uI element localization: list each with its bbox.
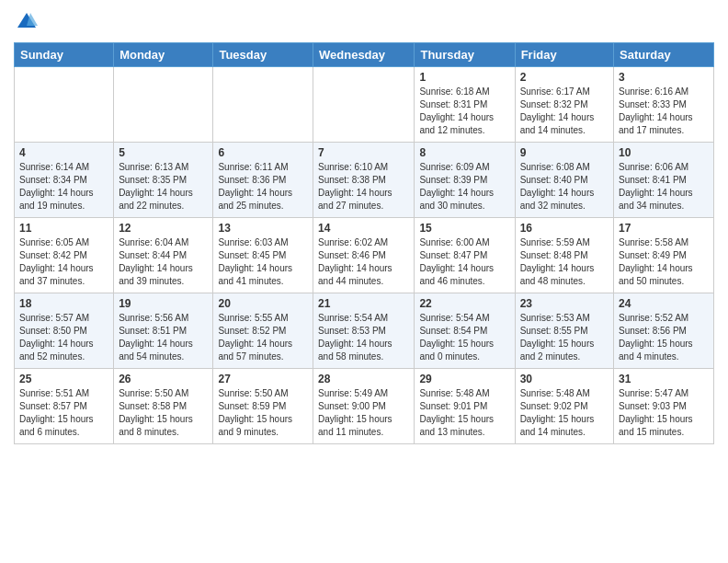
day-info-12: Sunrise: 6:04 AM Sunset: 8:44 PM Dayligh… (119, 236, 208, 288)
header (14, 9, 714, 35)
day-number-27: 27 (218, 373, 308, 385)
day-info-20: Sunrise: 5:55 AM Sunset: 8:52 PM Dayligh… (218, 312, 308, 363)
day-info-4: Sunrise: 6:14 AM Sunset: 8:34 PM Dayligh… (19, 161, 108, 213)
day-cell-27: 27Sunrise: 5:50 AM Sunset: 8:59 PM Dayli… (213, 369, 313, 444)
weekday-header-sunday: Sunday (15, 43, 114, 67)
empty-cell (213, 67, 313, 143)
day-cell-31: 31Sunrise: 5:47 AM Sunset: 9:03 PM Dayli… (614, 369, 714, 444)
day-cell-14: 14Sunrise: 6:02 AM Sunset: 8:46 PM Dayli… (313, 218, 415, 293)
day-cell-4: 4Sunrise: 6:14 AM Sunset: 8:34 PM Daylig… (15, 143, 114, 218)
day-cell-5: 5Sunrise: 6:13 AM Sunset: 8:35 PM Daylig… (114, 143, 213, 218)
day-info-16: Sunrise: 5:59 AM Sunset: 8:48 PM Dayligh… (520, 236, 609, 288)
day-number-6: 6 (218, 146, 308, 159)
week-row-0: 1Sunrise: 6:18 AM Sunset: 8:31 PM Daylig… (15, 67, 714, 143)
day-number-22: 22 (419, 297, 509, 310)
day-cell-23: 23Sunrise: 5:53 AM Sunset: 8:55 PM Dayli… (515, 293, 613, 369)
day-number-21: 21 (318, 297, 409, 310)
day-cell-22: 22Sunrise: 5:54 AM Sunset: 8:54 PM Dayli… (415, 293, 515, 369)
day-number-1: 1 (419, 71, 509, 84)
day-number-9: 9 (520, 146, 609, 159)
day-number-2: 2 (520, 71, 609, 84)
week-row-1: 4Sunrise: 6:14 AM Sunset: 8:34 PM Daylig… (15, 143, 714, 218)
weekday-header-thursday: Thursday (415, 43, 515, 67)
day-cell-20: 20Sunrise: 5:55 AM Sunset: 8:52 PM Dayli… (213, 293, 313, 369)
day-number-12: 12 (119, 222, 208, 235)
day-info-13: Sunrise: 6:03 AM Sunset: 8:45 PM Dayligh… (218, 236, 308, 288)
day-info-18: Sunrise: 5:57 AM Sunset: 8:50 PM Dayligh… (19, 312, 108, 363)
day-number-10: 10 (619, 146, 709, 159)
weekday-header-friday: Friday (515, 43, 613, 67)
empty-cell (313, 67, 415, 143)
day-info-8: Sunrise: 6:09 AM Sunset: 8:39 PM Dayligh… (419, 161, 509, 213)
day-cell-3: 3Sunrise: 6:16 AM Sunset: 8:33 PM Daylig… (614, 67, 714, 143)
day-number-16: 16 (520, 222, 609, 235)
day-info-14: Sunrise: 6:02 AM Sunset: 8:46 PM Dayligh… (318, 236, 409, 288)
day-info-9: Sunrise: 6:08 AM Sunset: 8:40 PM Dayligh… (520, 161, 609, 213)
day-number-23: 23 (520, 297, 609, 310)
weekday-header-monday: Monday (114, 43, 213, 67)
day-cell-8: 8Sunrise: 6:09 AM Sunset: 8:39 PM Daylig… (415, 143, 515, 218)
day-cell-12: 12Sunrise: 6:04 AM Sunset: 8:44 PM Dayli… (114, 218, 213, 293)
logo (14, 9, 43, 35)
day-info-29: Sunrise: 5:48 AM Sunset: 9:01 PM Dayligh… (419, 387, 509, 439)
day-info-30: Sunrise: 5:48 AM Sunset: 9:02 PM Dayligh… (520, 387, 609, 439)
day-cell-19: 19Sunrise: 5:56 AM Sunset: 8:51 PM Dayli… (114, 293, 213, 369)
day-number-26: 26 (119, 373, 208, 385)
empty-cell (114, 67, 213, 143)
day-cell-26: 26Sunrise: 5:50 AM Sunset: 8:58 PM Dayli… (114, 369, 213, 444)
day-info-19: Sunrise: 5:56 AM Sunset: 8:51 PM Dayligh… (119, 312, 208, 363)
day-cell-18: 18Sunrise: 5:57 AM Sunset: 8:50 PM Dayli… (15, 293, 114, 369)
day-number-24: 24 (619, 297, 709, 310)
day-info-22: Sunrise: 5:54 AM Sunset: 8:54 PM Dayligh… (419, 312, 509, 363)
day-number-8: 8 (419, 146, 509, 159)
day-info-5: Sunrise: 6:13 AM Sunset: 8:35 PM Dayligh… (119, 161, 208, 213)
day-info-7: Sunrise: 6:10 AM Sunset: 8:38 PM Dayligh… (318, 161, 409, 213)
day-number-30: 30 (520, 373, 609, 385)
day-number-25: 25 (19, 373, 108, 385)
day-cell-15: 15Sunrise: 6:00 AM Sunset: 8:47 PM Dayli… (415, 218, 515, 293)
day-cell-6: 6Sunrise: 6:11 AM Sunset: 8:36 PM Daylig… (213, 143, 313, 218)
week-row-3: 18Sunrise: 5:57 AM Sunset: 8:50 PM Dayli… (15, 293, 714, 369)
logo-icon (14, 9, 40, 35)
day-number-15: 15 (419, 222, 509, 235)
day-info-23: Sunrise: 5:53 AM Sunset: 8:55 PM Dayligh… (520, 312, 609, 363)
day-info-11: Sunrise: 6:05 AM Sunset: 8:42 PM Dayligh… (19, 236, 108, 288)
day-number-7: 7 (318, 146, 409, 159)
day-cell-24: 24Sunrise: 5:52 AM Sunset: 8:56 PM Dayli… (614, 293, 714, 369)
day-cell-13: 13Sunrise: 6:03 AM Sunset: 8:45 PM Dayli… (213, 218, 313, 293)
weekday-header-saturday: Saturday (614, 43, 714, 67)
day-info-27: Sunrise: 5:50 AM Sunset: 8:59 PM Dayligh… (218, 387, 308, 439)
day-info-26: Sunrise: 5:50 AM Sunset: 8:58 PM Dayligh… (119, 387, 208, 439)
day-number-18: 18 (19, 297, 108, 310)
day-number-5: 5 (119, 146, 208, 159)
calendar-table: SundayMondayTuesdayWednesdayThursdayFrid… (14, 42, 714, 444)
day-cell-9: 9Sunrise: 6:08 AM Sunset: 8:40 PM Daylig… (515, 143, 613, 218)
day-cell-7: 7Sunrise: 6:10 AM Sunset: 8:38 PM Daylig… (313, 143, 415, 218)
day-number-3: 3 (619, 71, 709, 84)
day-info-1: Sunrise: 6:18 AM Sunset: 8:31 PM Dayligh… (419, 86, 509, 137)
day-number-14: 14 (318, 222, 409, 235)
day-info-31: Sunrise: 5:47 AM Sunset: 9:03 PM Dayligh… (619, 387, 709, 439)
day-cell-28: 28Sunrise: 5:49 AM Sunset: 9:00 PM Dayli… (313, 369, 415, 444)
day-cell-2: 2Sunrise: 6:17 AM Sunset: 8:32 PM Daylig… (515, 67, 613, 143)
day-cell-25: 25Sunrise: 5:51 AM Sunset: 8:57 PM Dayli… (15, 369, 114, 444)
day-number-31: 31 (619, 373, 709, 385)
day-number-13: 13 (218, 222, 308, 235)
day-info-10: Sunrise: 6:06 AM Sunset: 8:41 PM Dayligh… (619, 161, 709, 213)
weekday-header-wednesday: Wednesday (313, 43, 415, 67)
day-info-17: Sunrise: 5:58 AM Sunset: 8:49 PM Dayligh… (619, 236, 709, 288)
day-info-2: Sunrise: 6:17 AM Sunset: 8:32 PM Dayligh… (520, 86, 609, 137)
day-cell-10: 10Sunrise: 6:06 AM Sunset: 8:41 PM Dayli… (614, 143, 714, 218)
day-info-24: Sunrise: 5:52 AM Sunset: 8:56 PM Dayligh… (619, 312, 709, 363)
day-cell-1: 1Sunrise: 6:18 AM Sunset: 8:31 PM Daylig… (415, 67, 515, 143)
day-info-6: Sunrise: 6:11 AM Sunset: 8:36 PM Dayligh… (218, 161, 308, 213)
day-info-28: Sunrise: 5:49 AM Sunset: 9:00 PM Dayligh… (318, 387, 409, 439)
day-info-15: Sunrise: 6:00 AM Sunset: 8:47 PM Dayligh… (419, 236, 509, 288)
day-number-11: 11 (19, 222, 108, 235)
week-row-2: 11Sunrise: 6:05 AM Sunset: 8:42 PM Dayli… (15, 218, 714, 293)
day-cell-30: 30Sunrise: 5:48 AM Sunset: 9:02 PM Dayli… (515, 369, 613, 444)
day-number-19: 19 (119, 297, 208, 310)
day-number-4: 4 (19, 146, 108, 159)
day-cell-16: 16Sunrise: 5:59 AM Sunset: 8:48 PM Dayli… (515, 218, 613, 293)
day-number-29: 29 (419, 373, 509, 385)
